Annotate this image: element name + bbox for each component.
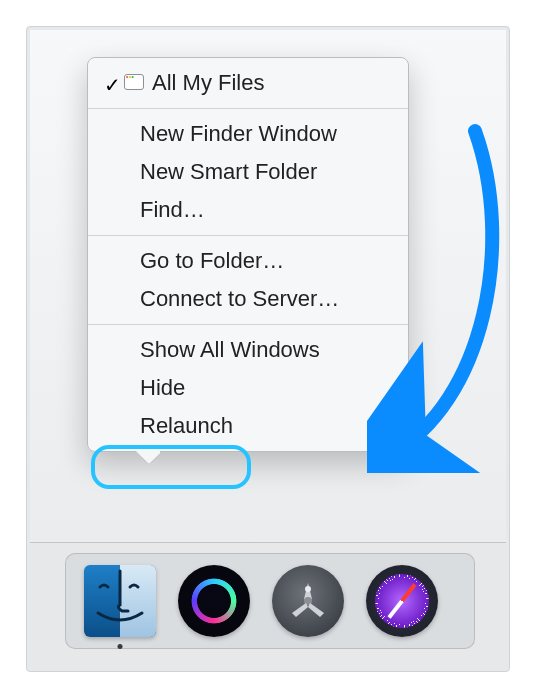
screenshot-frame: ✓ All My Files New Finder Window New Sma… xyxy=(26,26,510,672)
finder-context-menu: ✓ All My Files New Finder Window New Sma… xyxy=(87,57,409,452)
menu-separator xyxy=(88,235,408,236)
checkmark-icon: ✓ xyxy=(104,70,121,100)
menu-item-label: Connect to Server… xyxy=(140,286,339,311)
launchpad-icon[interactable] xyxy=(272,565,344,637)
menu-item-label: Relaunch xyxy=(140,413,233,438)
menu-item-label: Show All Windows xyxy=(140,337,320,362)
menu-separator xyxy=(88,108,408,109)
safari-icon[interactable] xyxy=(366,565,438,637)
menu-item-label: Find… xyxy=(140,197,205,222)
menu-item-relaunch[interactable]: Relaunch xyxy=(88,407,408,445)
menu-item-new-smart-folder[interactable]: New Smart Folder xyxy=(88,153,408,191)
window-icon xyxy=(124,74,144,90)
menu-item-label: Go to Folder… xyxy=(140,248,284,273)
siri-icon[interactable] xyxy=(178,565,250,637)
menu-item-find[interactable]: Find… xyxy=(88,191,408,229)
menu-item-connect-to-server[interactable]: Connect to Server… xyxy=(88,280,408,318)
menu-item-all-my-files[interactable]: ✓ All My Files xyxy=(88,64,408,102)
menu-item-label: New Finder Window xyxy=(140,121,337,146)
dock-running-indicator xyxy=(118,644,123,649)
menu-item-label: All My Files xyxy=(152,70,264,95)
menu-item-hide[interactable]: Hide xyxy=(88,369,408,407)
menu-item-new-finder-window[interactable]: New Finder Window xyxy=(88,115,408,153)
dock xyxy=(65,553,475,649)
svg-point-1 xyxy=(305,586,311,592)
finder-icon[interactable] xyxy=(84,565,156,637)
menu-callout-pointer xyxy=(136,449,160,463)
menu-item-go-to-folder[interactable]: Go to Folder… xyxy=(88,242,408,280)
menu-item-show-all-windows[interactable]: Show All Windows xyxy=(88,331,408,369)
menu-separator xyxy=(88,324,408,325)
menu-item-label: New Smart Folder xyxy=(140,159,317,184)
menu-item-label: Hide xyxy=(140,375,185,400)
